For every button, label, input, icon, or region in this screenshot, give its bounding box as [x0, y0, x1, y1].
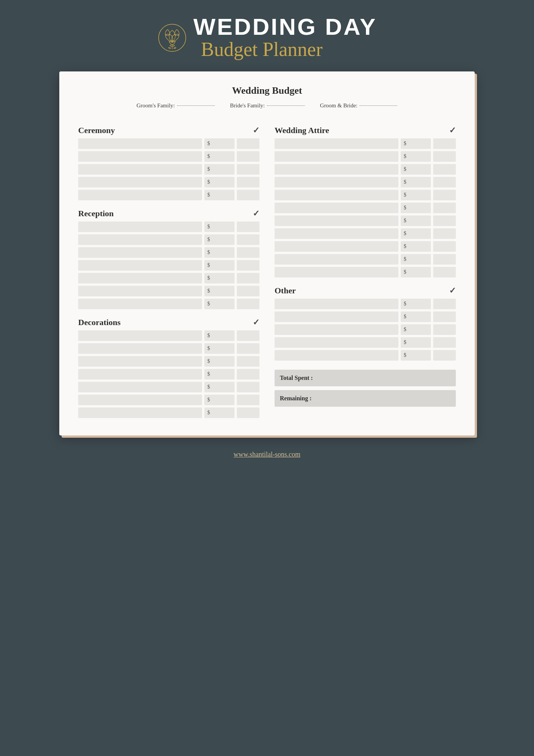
decorations-amount-4[interactable]: $ — [204, 369, 235, 380]
attire-check-6[interactable] — [433, 203, 456, 213]
decorations-check-6[interactable] — [237, 395, 259, 405]
other-desc-1[interactable] — [275, 299, 398, 309]
reception-check-2[interactable] — [237, 234, 259, 245]
attire-desc-10[interactable] — [275, 254, 398, 265]
reception-check-5[interactable] — [237, 273, 259, 284]
reception-amount-6[interactable]: $ — [204, 286, 235, 296]
attire-amount-11[interactable]: $ — [401, 267, 431, 277]
attire-desc-5[interactable] — [275, 190, 398, 200]
attire-amount-6[interactable]: $ — [401, 203, 431, 213]
attire-desc-7[interactable] — [275, 215, 398, 226]
ceremony-desc-1[interactable] — [78, 138, 202, 149]
ceremony-desc-2[interactable] — [78, 151, 202, 162]
other-amount-1[interactable]: $ — [401, 299, 431, 309]
reception-check-7[interactable] — [237, 299, 259, 309]
attire-amount-7[interactable]: $ — [401, 215, 431, 226]
attire-amount-8[interactable]: $ — [401, 228, 431, 239]
other-desc-4[interactable] — [275, 337, 398, 348]
decorations-desc-3[interactable] — [78, 356, 202, 367]
attire-check-8[interactable] — [433, 228, 456, 239]
reception-desc-3[interactable] — [78, 247, 202, 258]
reception-desc-5[interactable] — [78, 273, 202, 284]
attire-desc-9[interactable] — [275, 241, 398, 252]
reception-desc-6[interactable] — [78, 286, 202, 296]
ceremony-desc-3[interactable] — [78, 164, 202, 175]
ceremony-amount-3[interactable]: $ — [204, 164, 235, 175]
ceremony-check-3[interactable] — [237, 164, 259, 175]
reception-amount-3[interactable]: $ — [204, 247, 235, 258]
attire-check-2[interactable] — [433, 151, 456, 162]
reception-check-4[interactable] — [237, 260, 259, 271]
decorations-desc-4[interactable] — [78, 369, 202, 380]
decorations-desc-5[interactable] — [78, 382, 202, 392]
attire-amount-3[interactable]: $ — [401, 164, 431, 175]
other-check-3[interactable] — [433, 324, 456, 335]
attire-amount-9[interactable]: $ — [401, 241, 431, 252]
reception-check-1[interactable] — [237, 222, 259, 232]
brides-family-input[interactable] — [267, 105, 305, 106]
reception-desc-7[interactable] — [78, 299, 202, 309]
decorations-amount-6[interactable]: $ — [204, 395, 235, 405]
footer-website[interactable]: www.shantilal-sons.com — [234, 451, 301, 459]
reception-check-3[interactable] — [237, 247, 259, 258]
other-check-1[interactable] — [433, 299, 456, 309]
decorations-check-4[interactable] — [237, 369, 259, 380]
attire-amount-1[interactable]: $ — [401, 138, 431, 149]
reception-amount-4[interactable]: $ — [204, 260, 235, 271]
reception-desc-1[interactable] — [78, 222, 202, 232]
ceremony-check-2[interactable] — [237, 151, 259, 162]
decorations-desc-2[interactable] — [78, 343, 202, 354]
ceremony-amount-2[interactable]: $ — [204, 151, 235, 162]
decorations-check-2[interactable] — [237, 343, 259, 354]
decorations-amount-2[interactable]: $ — [204, 343, 235, 354]
decorations-amount-1[interactable]: $ — [204, 330, 235, 341]
reception-check-6[interactable] — [237, 286, 259, 296]
reception-amount-2[interactable]: $ — [204, 234, 235, 245]
other-check-5[interactable] — [433, 350, 456, 361]
decorations-desc-1[interactable] — [78, 330, 202, 341]
reception-amount-5[interactable]: $ — [204, 273, 235, 284]
decorations-desc-6[interactable] — [78, 395, 202, 405]
decorations-check-5[interactable] — [237, 382, 259, 392]
other-amount-5[interactable]: $ — [401, 350, 431, 361]
ceremony-check-4[interactable] — [237, 177, 259, 187]
attire-check-7[interactable] — [433, 215, 456, 226]
other-amount-3[interactable]: $ — [401, 324, 431, 335]
attire-desc-11[interactable] — [275, 267, 398, 277]
attire-check-10[interactable] — [433, 254, 456, 265]
attire-check-1[interactable] — [433, 138, 456, 149]
ceremony-amount-1[interactable]: $ — [204, 138, 235, 149]
other-desc-5[interactable] — [275, 350, 398, 361]
reception-amount-7[interactable]: $ — [204, 299, 235, 309]
reception-desc-2[interactable] — [78, 234, 202, 245]
attire-check-9[interactable] — [433, 241, 456, 252]
other-amount-2[interactable]: $ — [401, 311, 431, 322]
decorations-amount-5[interactable]: $ — [204, 382, 235, 392]
decorations-desc-7[interactable] — [78, 407, 202, 418]
decorations-check-7[interactable] — [237, 407, 259, 418]
attire-desc-4[interactable] — [275, 177, 398, 187]
other-check-2[interactable] — [433, 311, 456, 322]
ceremony-check-5[interactable] — [237, 190, 259, 200]
attire-desc-2[interactable] — [275, 151, 398, 162]
attire-desc-8[interactable] — [275, 228, 398, 239]
ceremony-desc-5[interactable] — [78, 190, 202, 200]
ceremony-desc-4[interactable] — [78, 177, 202, 187]
decorations-check-1[interactable] — [237, 330, 259, 341]
other-amount-4[interactable]: $ — [401, 337, 431, 348]
decorations-check-3[interactable] — [237, 356, 259, 367]
attire-check-3[interactable] — [433, 164, 456, 175]
attire-check-11[interactable] — [433, 267, 456, 277]
attire-desc-3[interactable] — [275, 164, 398, 175]
attire-check-4[interactable] — [433, 177, 456, 187]
other-check-4[interactable] — [433, 337, 456, 348]
groom-bride-input[interactable] — [360, 105, 397, 106]
ceremony-check-1[interactable] — [237, 138, 259, 149]
attire-desc-1[interactable] — [275, 138, 398, 149]
attire-amount-10[interactable]: $ — [401, 254, 431, 265]
attire-amount-5[interactable]: $ — [401, 190, 431, 200]
grooms-family-input[interactable] — [177, 105, 215, 106]
attire-amount-4[interactable]: $ — [401, 177, 431, 187]
reception-desc-4[interactable] — [78, 260, 202, 271]
other-desc-2[interactable] — [275, 311, 398, 322]
